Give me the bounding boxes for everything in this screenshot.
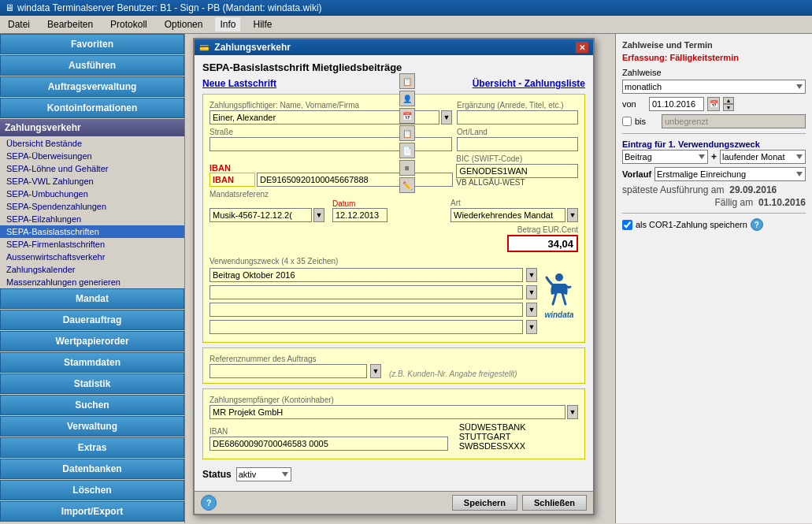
art-dropdown[interactable]: ▼: [567, 208, 578, 222]
sidebar-item-massenzahlungen[interactable]: Massenzahlungen generieren: [0, 276, 184, 288]
sidebar-item-zahlungskalender[interactable]: Zahlungskalender: [0, 263, 184, 276]
sidebar-btn-suchen[interactable]: Suchen: [0, 395, 184, 415]
iban-input[interactable]: [257, 173, 453, 187]
empf-iban-row: IBAN SÜDWESTBANK STUTTGART SWBSDESSXXX: [209, 422, 578, 451]
menu-protokoll[interactable]: Protokoll: [106, 17, 152, 32]
save-button[interactable]: Speichern: [452, 495, 517, 511]
cor1-help-button[interactable]: ?: [751, 218, 763, 231]
sidebar-item-sepa-firmenlastschriften[interactable]: SEPA-Firmenlastschriften: [0, 238, 184, 251]
empfaenger-input[interactable]: [209, 405, 565, 419]
sidebar-btn-loeschen[interactable]: Löschen: [0, 480, 184, 500]
sidebar-item-uebersicht-bestaende[interactable]: Übersicht Bestände: [0, 137, 184, 150]
toolbar-btn-7[interactable]: ✏️: [399, 177, 415, 193]
toolbar-btn-3[interactable]: 📅: [399, 108, 415, 124]
menu-info[interactable]: Info: [215, 17, 240, 32]
sidebar-item-sepa-ueberweisungen[interactable]: SEPA-Überweisungen: [0, 150, 184, 162]
neue-lastschrift-link[interactable]: Neue Lastschrift: [202, 78, 276, 89]
sidebar-item-aussenwirtschaft[interactable]: Aussenwirtschaftsverkehr: [0, 251, 184, 263]
bis-checkbox[interactable]: [622, 117, 632, 126]
dialog-title-bar: 💳 Zahlungsverkehr ✕: [195, 39, 593, 55]
cor1-checkbox[interactable]: [622, 220, 632, 230]
sidebar-item-sepa-spenden[interactable]: SEPA-Spendenzahlungen: [0, 200, 184, 213]
dialog-main-title: SEPA-Basislastschrift Mietgliedsbeiträge: [202, 61, 402, 73]
uebersicht-zahlungsliste-link[interactable]: Übersicht - Zahlungsliste: [473, 78, 585, 89]
label-status: Status: [202, 469, 232, 480]
sidebar-btn-wertpapierorder[interactable]: Wertpapierorder: [0, 331, 184, 351]
ort-input[interactable]: [457, 137, 578, 151]
calendar-icon[interactable]: 📅: [707, 97, 720, 111]
bis-input[interactable]: [662, 114, 806, 128]
sidebar-item-sepa-vwl[interactable]: SEPA-VWL Zahlungen: [0, 175, 184, 188]
toolbar-btn-4[interactable]: 📋: [399, 125, 415, 141]
help-button[interactable]: ?: [201, 495, 217, 511]
datum-input[interactable]: [332, 208, 387, 222]
art-input[interactable]: [450, 208, 565, 222]
verwendung-input-3[interactable]: [209, 303, 523, 317]
toolbar-btn-1[interactable]: 📋: [399, 73, 415, 89]
verwendung-dropdown-2[interactable]: ▼: [526, 285, 537, 299]
sidebar-btn-ausfuehren[interactable]: Ausführen: [0, 55, 184, 76]
eintrag-right-select[interactable]: laufender Monat: [720, 150, 806, 164]
referenz-hint: (z.B. Kunden-Nr. Angabe freigestellt): [389, 370, 517, 378]
sidebar-item-sepa-umbuchungen[interactable]: SEPA-Umbuchungen: [0, 188, 184, 200]
sidebar-btn-auftragsverwaltung[interactable]: Auftragsverwaltung: [0, 76, 184, 97]
sidebar-btn-stammdaten[interactable]: Stammdaten: [0, 352, 184, 373]
menu-bearbeiten[interactable]: Bearbeiten: [43, 17, 98, 32]
verwendung-input-1[interactable]: [209, 268, 523, 282]
sidebar-btn-dauerauftrag[interactable]: Dauerauftrag: [0, 310, 184, 330]
verwendung-dropdown-1[interactable]: ▼: [526, 268, 537, 282]
sidebar-btn-statistik[interactable]: Statistik: [0, 373, 184, 394]
sidebar-btn-datenbanken[interactable]: Datenbanken: [0, 459, 184, 479]
title-bar: 🖥 windata Terminalserver Benutzer: B1 - …: [0, 0, 812, 16]
verwendung-section: Verwendungszweck (4 x 35 Zeichen) ▼ ▼: [209, 255, 578, 336]
empfaenger-dropdown[interactable]: ▼: [567, 405, 578, 419]
mandatsref-input[interactable]: [209, 208, 312, 222]
empf-iban-input[interactable]: [209, 437, 448, 451]
sidebar-section-zahlungsverkehr: Zahlungsverkehr: [0, 119, 184, 136]
sidebar-item-sepa-loehne[interactable]: SEPA-Löhne und Gehälter: [0, 162, 184, 175]
toolbar-btn-2[interactable]: 👤: [399, 91, 415, 106]
sidebar-btn-mandat[interactable]: Mandat: [0, 288, 184, 309]
eintrag-group: Eintrag für 1. Verwendungszweck Beitrag …: [622, 139, 806, 164]
eintrag-left-select[interactable]: Beitrag: [622, 150, 708, 164]
eintrag-plus: +: [711, 151, 717, 162]
right-toolbar: 📋 👤 📅 📋 📄 ≡ ✏️: [399, 73, 417, 193]
sidebar-btn-extras[interactable]: Extras: [0, 437, 184, 458]
mandatsref-dropdown[interactable]: ▼: [313, 208, 324, 222]
betrag-input[interactable]: [507, 235, 578, 252]
von-input[interactable]: [649, 97, 704, 111]
menu-optionen[interactable]: Optionen: [160, 17, 208, 32]
label-verwendung: Verwendungszweck (4 x 35 Zeichen): [209, 257, 338, 266]
vorlauf-select[interactable]: Erstmalige Einreichung: [654, 167, 806, 181]
toolbar-btn-5[interactable]: 📄: [399, 143, 415, 158]
menu-hilfe[interactable]: Hilfe: [248, 17, 276, 32]
sidebar-btn-kontoinformationen[interactable]: Kontoinformationen: [0, 98, 184, 118]
zahlweise-select[interactable]: monatlich: [622, 80, 806, 94]
sidebar-btn-favoriten[interactable]: Favoriten: [0, 34, 184, 54]
sidebar-btn-verwaltung[interactable]: Verwaltung: [0, 416, 184, 437]
verwendung-dropdown-4[interactable]: ▼: [526, 320, 537, 334]
dialog-icon: 💳: [199, 43, 209, 52]
verwendung-input-4[interactable]: [209, 320, 523, 334]
label-faellig: Fällig am: [714, 197, 753, 208]
sidebar-item-sepa-basislastschriften[interactable]: SEPA-Basislastschriften: [0, 225, 184, 238]
sidebar-btn-import-export[interactable]: Import/Export: [0, 501, 184, 522]
referenz-dropdown[interactable]: ▼: [370, 364, 381, 378]
label-ort: Ort/Land: [457, 128, 578, 136]
menu-datei[interactable]: Datei: [3, 17, 35, 32]
dialog-close-button[interactable]: ✕: [576, 42, 588, 53]
referenz-input[interactable]: [209, 364, 367, 378]
verwendung-input-2[interactable]: [209, 285, 523, 299]
status-select[interactable]: aktiv: [236, 467, 291, 481]
sidebar-item-sepa-eilzahlungen[interactable]: SEPA-Eilzahlungen: [0, 213, 184, 225]
date-down-btn[interactable]: ▼: [723, 104, 734, 111]
ergaenzung-input[interactable]: [457, 110, 578, 124]
bic-input[interactable]: [456, 164, 578, 178]
date-up-btn[interactable]: ▲: [723, 97, 734, 104]
close-button[interactable]: Schließen: [522, 495, 587, 511]
toolbar-btn-6[interactable]: ≡: [399, 160, 415, 176]
dialog-title: Zahlungsverkehr: [214, 42, 291, 53]
iban-type-select[interactable]: IBAN: [209, 173, 255, 187]
verwendung-dropdown-3[interactable]: ▼: [526, 303, 537, 317]
pflichtiger-dropdown[interactable]: ▼: [441, 110, 452, 124]
